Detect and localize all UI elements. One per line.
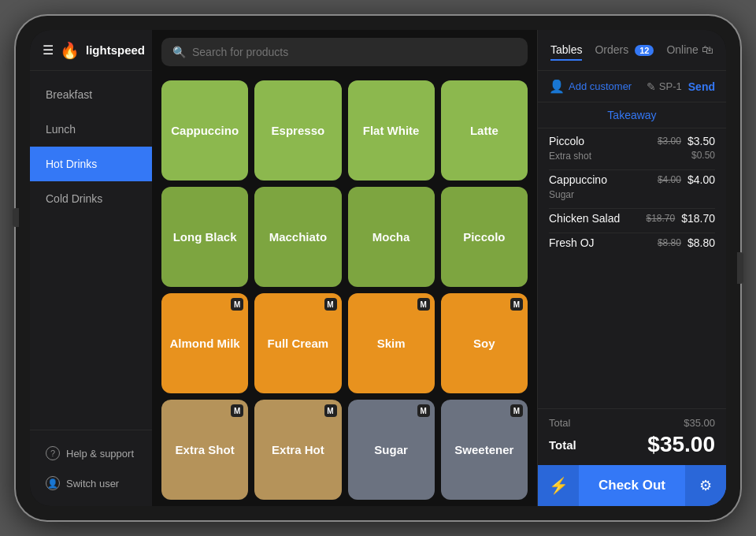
- product-soy[interactable]: M Soy: [441, 293, 528, 393]
- item-name: Cappuccino: [549, 173, 607, 186]
- checkout-bar: ⚡ Check Out ⚙: [538, 465, 726, 506]
- product-cappuccino[interactable]: Cappuccino: [161, 80, 248, 181]
- search-icon: 🔍: [172, 46, 186, 58]
- modifier-badge: M: [417, 298, 430, 311]
- item-original-price: $8.80: [658, 237, 681, 248]
- order-id-value: SP-1: [659, 80, 682, 92]
- hamburger-icon[interactable]: ☰: [43, 43, 54, 58]
- orders-badge: 12: [635, 45, 654, 56]
- sidebar-item-cold-drinks[interactable]: Cold Drinks: [30, 181, 152, 216]
- order-id[interactable]: ✎ SP-1: [647, 80, 682, 93]
- product-macchiato[interactable]: Macchiato: [254, 187, 341, 287]
- panel-tabs: Tables Orders 12 Online 🛍: [538, 30, 726, 71]
- product-sweetener[interactable]: M Sweetener: [441, 400, 528, 500]
- order-item[interactable]: Fresh OJ $8.80 $8.80: [549, 236, 715, 249]
- product-extra-hot[interactable]: M Extra Hot: [254, 400, 341, 500]
- logo-text: lightspeed: [86, 43, 145, 57]
- product-skim[interactable]: M Skim: [348, 293, 435, 393]
- product-sugar[interactable]: M Sugar: [348, 400, 435, 500]
- modifier-badge: M: [417, 404, 430, 417]
- sidebar-logo: ☰ 🔥 lightspeed: [30, 30, 152, 71]
- item-original-price: $4.00: [658, 174, 681, 185]
- order-totals: Total $35.00 Total $35.00: [538, 408, 726, 465]
- product-full-cream[interactable]: M Full Cream: [254, 293, 341, 393]
- sidebar-item-lunch[interactable]: Lunch: [30, 112, 152, 147]
- item-price: $3.50: [687, 135, 715, 147]
- total-big-label: Total: [549, 438, 576, 452]
- item-price: $18.70: [681, 212, 715, 225]
- bag-icon: 🛍: [702, 43, 713, 56]
- sidebar-bottom: ? Help & support 👤 Switch user: [30, 430, 152, 506]
- item-sub-price: $0.50: [691, 150, 715, 161]
- total-label: Total: [549, 417, 570, 429]
- item-price: $8.80: [687, 236, 715, 249]
- tab-online[interactable]: Online 🛍: [666, 39, 713, 61]
- logo-flame: 🔥: [60, 41, 80, 60]
- total-big-amount: $35.00: [647, 432, 715, 457]
- search-input[interactable]: [192, 46, 517, 58]
- order-item[interactable]: Cappuccino $4.00 $4.00 Sugar: [549, 173, 715, 200]
- lightning-icon: ⚡: [549, 476, 569, 495]
- order-item[interactable]: Piccolo $3.00 $3.50 Extra shot $0.50: [549, 135, 715, 162]
- send-button[interactable]: Send: [688, 80, 715, 93]
- question-icon: ?: [46, 446, 60, 460]
- checkout-button[interactable]: Check Out: [579, 478, 685, 493]
- modifier-badge: M: [231, 404, 243, 417]
- product-long-black[interactable]: Long Black: [161, 187, 248, 287]
- takeaway-label: Takeaway: [538, 102, 726, 128]
- modifier-badge: M: [510, 404, 523, 417]
- sidebar-nav: Breakfast Lunch Hot Drinks Cold Drinks: [30, 71, 152, 430]
- item-original-price: $3.00: [658, 136, 681, 147]
- product-extra-shot[interactable]: M Extra Shot: [161, 400, 248, 500]
- user-icon: 👤: [46, 476, 60, 490]
- search-bar: 🔍: [161, 38, 528, 66]
- product-latte[interactable]: Latte: [441, 80, 528, 181]
- help-support-button[interactable]: ? Help & support: [36, 440, 146, 467]
- products-grid: Cappuccino Espresso Flat White Latte Lon…: [152, 74, 537, 506]
- sidebar-item-breakfast[interactable]: Breakfast: [30, 77, 152, 112]
- gear-icon: ⚙: [699, 477, 712, 494]
- modifier-badge: M: [510, 298, 523, 311]
- edit-icon: ✎: [647, 80, 656, 93]
- add-customer-button[interactable]: 👤 Add customer: [549, 79, 640, 94]
- total-sub-amount: $35.00: [684, 417, 715, 429]
- add-customer-label: Add customer: [569, 80, 632, 92]
- right-panel: Tables Orders 12 Online 🛍 👤 Add customer: [537, 30, 726, 506]
- sidebar-item-hot-drinks[interactable]: Hot Drinks: [30, 147, 152, 181]
- product-mocha[interactable]: Mocha: [348, 187, 435, 287]
- item-name: Chicken Salad: [549, 212, 620, 225]
- item-name: Fresh OJ: [549, 236, 595, 249]
- user-circle-icon: 👤: [549, 79, 565, 94]
- product-almond-milk[interactable]: M Almond Milk: [161, 293, 248, 393]
- item-price: $4.00: [687, 173, 715, 186]
- tab-tables[interactable]: Tables: [550, 40, 582, 61]
- modifier-badge: M: [324, 298, 337, 311]
- tab-orders[interactable]: Orders 12: [595, 40, 654, 61]
- order-items: Piccolo $3.00 $3.50 Extra shot $0.50: [538, 128, 726, 408]
- modifier-badge: M: [324, 404, 337, 417]
- main-content: 🔍 Cappuccino Espresso Flat White Latte L…: [152, 30, 537, 506]
- item-original-price: $18.70: [646, 213, 675, 224]
- lightning-button[interactable]: ⚡: [538, 465, 579, 506]
- item-sub-label: Sugar: [549, 189, 574, 200]
- product-flat-white[interactable]: Flat White: [348, 80, 435, 181]
- order-item[interactable]: Chicken Salad $18.70 $18.70: [549, 212, 715, 225]
- item-name: Piccolo: [549, 135, 584, 147]
- product-piccolo[interactable]: Piccolo: [441, 187, 528, 287]
- order-actions: 👤 Add customer ✎ SP-1 Send: [538, 71, 726, 102]
- switch-user-label: Switch user: [66, 478, 119, 489]
- modifier-badge: M: [231, 298, 243, 311]
- sidebar: ☰ 🔥 lightspeed Breakfast Lunch Hot Drink…: [30, 30, 152, 506]
- help-label: Help & support: [66, 448, 134, 460]
- switch-user-button[interactable]: 👤 Switch user: [36, 470, 146, 497]
- item-sub-label: Extra shot: [549, 151, 591, 162]
- settings-button[interactable]: ⚙: [685, 465, 726, 506]
- product-espresso[interactable]: Espresso: [254, 80, 341, 181]
